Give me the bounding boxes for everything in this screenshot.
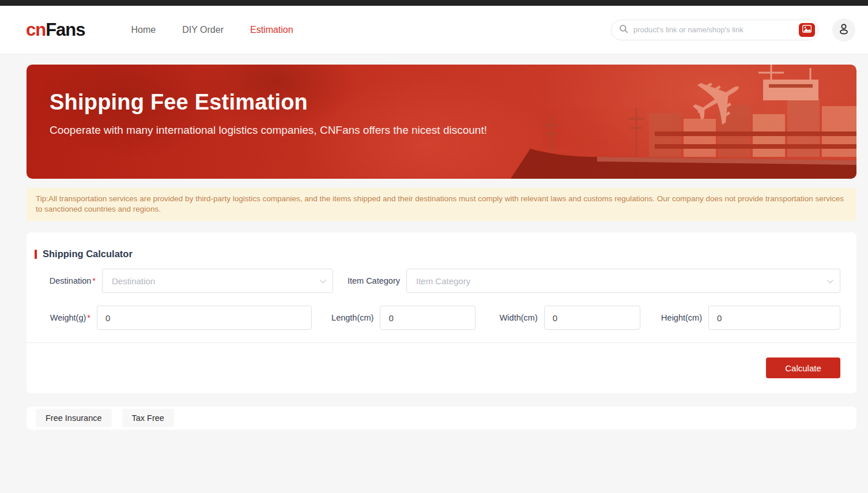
form-row-selects: Destination* Destination Item Category I… [27,269,856,293]
chevron-down-icon [827,277,833,283]
shipping-calculator-card: Shipping Calculator Destination* Destina… [27,232,856,393]
width-input[interactable] [544,306,640,330]
calculate-button[interactable]: Calculate [766,357,840,378]
nav-home[interactable]: Home [131,25,156,35]
height-input[interactable] [708,306,840,330]
destination-label: Destination* [27,276,102,285]
top-black-strip [0,0,868,6]
main-nav: Home DIY Order Estimation [131,25,293,35]
destination-select[interactable]: Destination [102,269,333,293]
nav-diy-order[interactable]: DIY Order [182,25,224,35]
section-header: Shipping Calculator [27,232,856,259]
card-footer: Calculate [27,343,856,393]
image-search-icon [802,25,812,35]
section-marker [35,250,37,259]
tip-notice: Tip:All transportation services are prov… [27,188,856,221]
banner-subtitle: Cooperate with many international logist… [50,124,487,137]
required-asterisk: * [87,313,90,322]
user-icon [837,22,851,38]
hero-banner: ✈ [27,65,856,179]
logo-prefix: cn [26,20,46,40]
account-button[interactable] [832,18,855,42]
chevron-down-icon [320,277,326,283]
logo-suffix: Fans [46,20,85,40]
nav-estimation[interactable]: Estimation [250,25,293,35]
width-label: Width(cm) [475,313,544,322]
form-row-dimensions: Weight(g)* Length(cm) Width(cm) Height(c… [27,306,856,330]
image-search-button[interactable] [799,23,815,37]
item-category-select[interactable]: Item Category [406,269,840,293]
tab-free-insurance[interactable]: Free Insurance [36,409,112,427]
item-category-label: Item Category [333,276,406,285]
item-category-placeholder: Item Category [416,276,827,286]
info-tabs-card: Free Insurance Tax Free [27,407,856,430]
header: cnFans Home DIY Order Estimation [0,6,868,54]
destination-label-text: Destination [50,276,92,285]
weight-input[interactable] [97,306,312,330]
weight-label-text: Weight(g) [50,313,86,322]
section-title: Shipping Calculator [43,249,133,259]
search-icon [618,24,629,36]
banner-title: Shipping Fee Estimation [50,90,308,115]
required-asterisk: * [92,276,96,285]
cnfans-logo[interactable]: cnFans [26,20,85,40]
search-bar[interactable] [611,20,818,40]
page-content: ✈ [27,65,856,430]
length-label: Length(cm) [312,313,380,322]
height-label: Height(cm) [640,313,708,322]
weight-label: Weight(g)* [27,313,97,322]
destination-placeholder: Destination [112,276,320,286]
tab-tax-free[interactable]: Tax Free [122,409,174,427]
length-input[interactable] [380,306,475,330]
search-input[interactable] [633,25,799,34]
